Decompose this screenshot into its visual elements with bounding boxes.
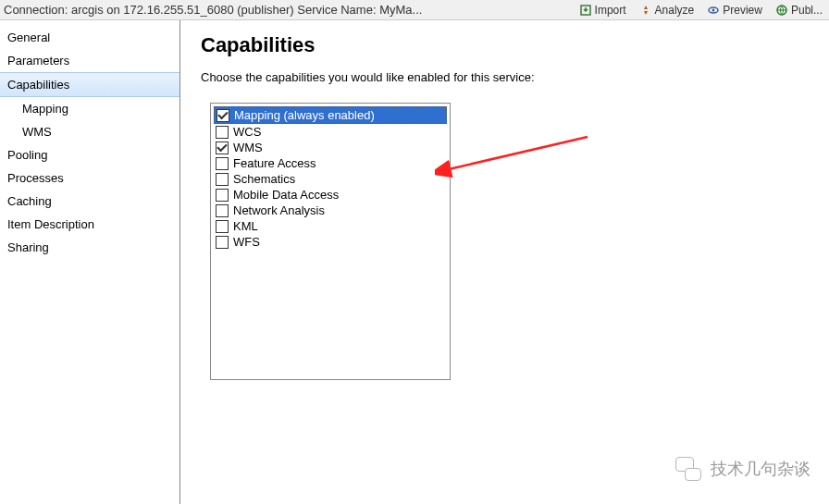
page-title: Capabilities (201, 33, 809, 57)
checkbox-kml[interactable] (216, 220, 229, 233)
svg-line-5 (449, 137, 588, 169)
watermark-text: 技术几句杂谈 (711, 458, 810, 480)
capability-row-wfs[interactable]: WFS (214, 234, 447, 250)
analyze-label: Analyze (655, 4, 695, 17)
import-icon (579, 4, 592, 17)
sidebar-item-wms[interactable]: WMS (0, 120, 179, 143)
capability-label: Feature Access (233, 156, 316, 170)
sidebar-item-general[interactable]: General (0, 26, 179, 49)
capability-label: WFS (233, 235, 260, 249)
capability-label: Mobile Data Access (233, 188, 339, 202)
checkbox-schematics[interactable] (216, 173, 229, 186)
preview-label: Preview (723, 4, 762, 17)
capability-row-feature-access[interactable]: Feature Access (214, 155, 447, 171)
capability-label: Mapping (always enabled) (234, 108, 375, 122)
sidebar-item-item-description[interactable]: Item Description (0, 213, 179, 236)
preview-icon (707, 4, 720, 17)
import-button[interactable]: Import (576, 3, 629, 18)
page-description: Choose the capabilities you would like e… (201, 70, 809, 84)
checkbox-wcs[interactable] (216, 126, 229, 139)
checkbox-wms[interactable] (216, 141, 229, 154)
capability-row-mobile-data-access[interactable]: Mobile Data Access (214, 187, 447, 203)
sidebar-item-caching[interactable]: Caching (0, 190, 179, 213)
capabilities-listbox[interactable]: Mapping (always enabled) WCS WMS Feature… (210, 103, 451, 380)
toolbar-buttons: Import Analyze Preview Publ... (576, 3, 825, 18)
analyze-icon (639, 4, 652, 17)
sidebar: General Parameters Capabilities Mapping … (0, 20, 180, 504)
capability-row-schematics[interactable]: Schematics (214, 171, 447, 187)
publish-button[interactable]: Publ... (773, 3, 825, 18)
watermark: 技术几句杂谈 (675, 457, 810, 481)
sidebar-item-mapping[interactable]: Mapping (0, 97, 179, 120)
content-panel: Capabilities Choose the capabilities you… (180, 20, 829, 504)
annotation-arrow (435, 134, 597, 180)
checkbox-feature-access[interactable] (216, 157, 229, 170)
capability-row-wms[interactable]: WMS (214, 140, 447, 155)
capability-row-mapping[interactable]: Mapping (always enabled) (214, 106, 447, 124)
sidebar-item-processes[interactable]: Processes (0, 166, 179, 190)
capability-row-wcs[interactable]: WCS (214, 124, 447, 140)
capability-row-kml[interactable]: KML (214, 218, 447, 234)
capability-label: Network Analysis (233, 203, 325, 217)
checkbox-network-analysis[interactable] (216, 204, 229, 217)
sidebar-item-capabilities[interactable]: Capabilities (0, 72, 179, 97)
main-area: General Parameters Capabilities Mapping … (0, 20, 829, 504)
capability-label: Schematics (233, 172, 295, 186)
analyze-button[interactable]: Analyze (637, 3, 698, 18)
checkbox-wfs[interactable] (216, 236, 229, 249)
capability-row-network-analysis[interactable]: Network Analysis (214, 203, 447, 218)
publish-icon (775, 4, 788, 17)
svg-point-2 (712, 8, 715, 11)
wechat-icon (675, 457, 701, 481)
capability-label: WMS (233, 141, 263, 154)
checkbox-mapping[interactable] (217, 109, 229, 122)
capability-label: WCS (233, 125, 261, 139)
connection-label: Connection: arcgis on 172.16.255.51_6080… (4, 3, 422, 17)
sidebar-item-pooling[interactable]: Pooling (0, 143, 179, 166)
sidebar-item-sharing[interactable]: Sharing (0, 236, 179, 259)
checkbox-mobile-data-access[interactable] (216, 189, 229, 202)
publish-label: Publ... (791, 4, 823, 17)
import-label: Import (595, 4, 626, 17)
sidebar-item-parameters[interactable]: Parameters (0, 49, 179, 72)
capability-label: KML (233, 219, 258, 233)
preview-button[interactable]: Preview (704, 3, 765, 18)
top-bar: Connection: arcgis on 172.16.255.51_6080… (0, 0, 829, 20)
